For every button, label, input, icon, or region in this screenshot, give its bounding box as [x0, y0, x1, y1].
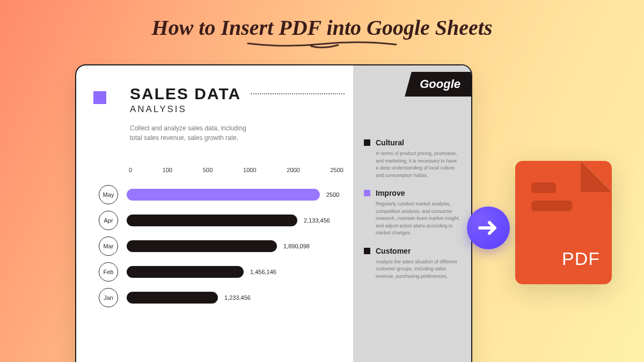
bar: [127, 240, 277, 252]
page-title: How to Insert PDF into Google Sheets: [0, 0, 644, 49]
square-bullet-icon: [364, 139, 370, 146]
chart-row: Feb 1,456,146: [96, 262, 345, 282]
sidebar-item-title: Improve: [376, 189, 405, 197]
sidebar-item-head: Improve: [364, 189, 460, 197]
axis-tick: 500: [203, 167, 213, 173]
chart-row: Apr 2,133,456: [96, 211, 345, 230]
chart-row: May 2500: [96, 185, 345, 204]
card-subheading: ANALYSIS: [130, 104, 345, 115]
sidebar-item-title: Customer: [376, 247, 411, 255]
bar: [127, 292, 218, 304]
row-label: Feb: [99, 262, 118, 282]
card-sidebar: Google Cultural In terms of product pric…: [353, 65, 471, 362]
bar-wrap: 1,890,098: [127, 240, 310, 252]
row-label: Mar: [99, 237, 118, 256]
pdf-fold-corner: [581, 161, 612, 192]
page-title-text: How to Insert PDF into Google Sheets: [152, 16, 493, 40]
axis-tick: 2000: [287, 167, 299, 173]
sidebar-item-text: In terms of product pricing, promotion, …: [376, 150, 460, 179]
pdf-label: PDF: [562, 248, 600, 269]
google-tab: Google: [405, 72, 472, 97]
square-bullet-icon: [364, 190, 370, 196]
card-heading-text: SALES DATA: [130, 85, 241, 103]
chart-axis: 0 100 500 1000 2000 2500: [129, 167, 343, 173]
sidebar-item-head: Customer: [364, 247, 460, 255]
pdf-body: PDF: [515, 161, 612, 284]
bar: [127, 215, 297, 226]
axis-tick: 2500: [330, 167, 343, 173]
sidebar-item: Cultural In terms of product pricing, pr…: [364, 138, 460, 179]
sidebar-item-text: Regularly conduct market analysis, compe…: [376, 201, 460, 237]
axis-tick: 100: [163, 167, 172, 173]
bar-wrap: 2,133,456: [127, 215, 330, 226]
bar-value: 1,456,146: [250, 269, 276, 275]
row-label: Jan: [99, 288, 118, 307]
square-bullet-icon: [364, 248, 370, 254]
chart-row: Jan 1,233,456: [96, 288, 345, 307]
chart-row: Mar 1,890,098: [96, 237, 345, 256]
title-underline-squiggle: [247, 41, 397, 49]
row-label: Apr: [99, 211, 118, 230]
document-card: SALES DATA ANALYSIS Collect and analyze …: [75, 64, 472, 362]
bar: [127, 189, 320, 201]
card-description: Collect and analyze sales data, includin…: [130, 123, 259, 143]
axis-tick: 1000: [243, 167, 256, 173]
arrow-right-icon: [477, 216, 500, 240]
sidebar-list: Cultural In terms of product pricing, pr…: [362, 138, 463, 280]
bar-value: 2,133,456: [304, 217, 330, 224]
accent-square: [93, 91, 106, 104]
axis-tick: 0: [129, 167, 132, 173]
card-main-area: SALES DATA ANALYSIS Collect and analyze …: [76, 65, 355, 362]
heading-dotted-line: [251, 93, 345, 94]
pdf-file-icon: PDF: [515, 161, 612, 284]
sidebar-item: Customer Analyze the sales situation of …: [364, 247, 460, 280]
sidebar-item-head: Cultural: [364, 138, 460, 147]
bar-wrap: 1,233,456: [127, 292, 251, 304]
bar-value: 1,890,098: [283, 243, 310, 249]
pdf-line-icon: [531, 201, 572, 211]
pdf-line-icon: [531, 182, 556, 193]
sidebar-item-text: Analyze the sales situation of different…: [376, 258, 460, 280]
sidebar-item-title: Cultural: [376, 138, 404, 147]
bar-value: 1,233,456: [224, 294, 251, 301]
bar-wrap: 2500: [127, 189, 339, 201]
bar: [127, 266, 244, 278]
card-heading: SALES DATA: [130, 85, 345, 103]
bar-value: 2500: [326, 191, 339, 198]
arrow-badge: [467, 206, 510, 249]
row-label: May: [99, 185, 118, 204]
sidebar-item: Improve Regularly conduct market analysi…: [364, 189, 460, 237]
bar-wrap: 1,456,146: [127, 266, 276, 278]
chart-rows: May 2500 Apr 2,133,456 Mar 1,890,098: [96, 185, 345, 307]
